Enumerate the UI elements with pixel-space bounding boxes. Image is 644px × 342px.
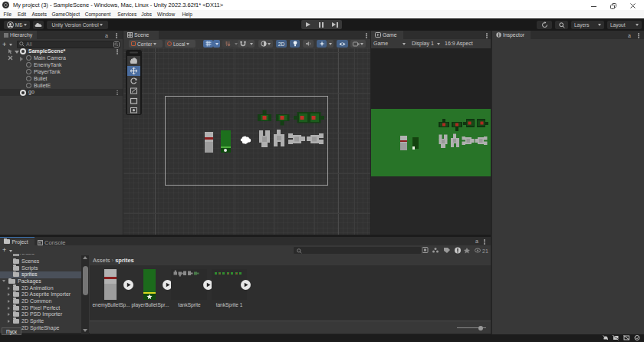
svg-text:21: 21: [482, 248, 488, 254]
